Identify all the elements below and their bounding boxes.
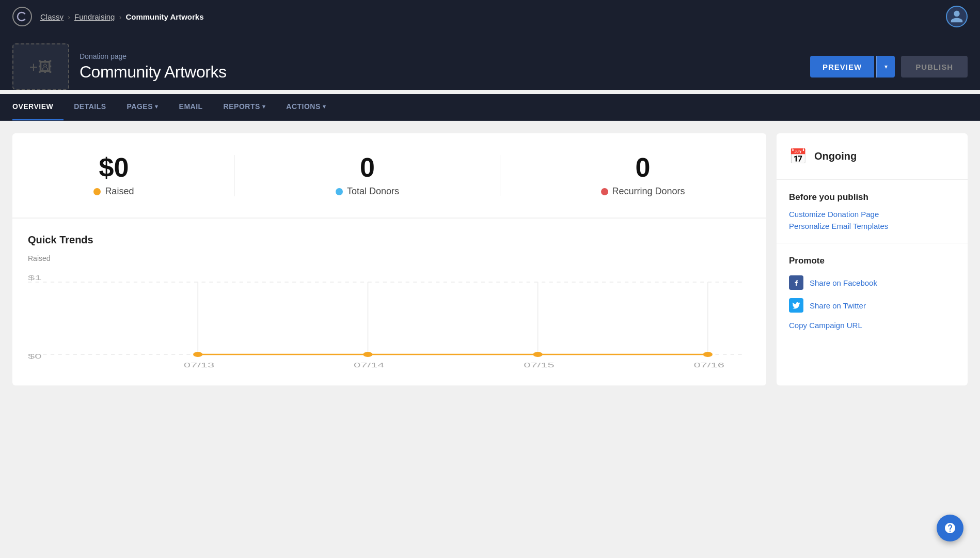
tab-pages[interactable]: PAGES ▾ <box>117 94 169 120</box>
chevron-down-icon: ▾ <box>155 103 159 110</box>
top-navigation: Classy › Fundraising › Community Artwork… <box>0 0 980 33</box>
page-title: Community Artworks <box>80 63 800 82</box>
tab-email-label: EMAIL <box>179 102 203 111</box>
svg-text:$1: $1 <box>28 274 41 281</box>
page-thumbnail[interactable]: +🖼 <box>12 43 69 90</box>
tab-overview-label: OVERVIEW <box>12 102 53 111</box>
breadcrumb-sep-2: › <box>119 12 121 21</box>
preview-dropdown-button[interactable]: ▾ <box>876 56 895 78</box>
breadcrumb-current: Community Artworks <box>125 12 203 21</box>
stat-divider-2 <box>500 155 500 196</box>
left-panel: $0 Raised 0 Total Donors 0 Recurri <box>12 133 766 385</box>
recurring-donors-dot <box>601 188 608 195</box>
tab-pages-label: PAGES <box>127 102 153 111</box>
facebook-icon <box>789 275 803 290</box>
status-label: Ongoing <box>814 150 857 162</box>
breadcrumb-classy[interactable]: Classy <box>40 12 64 21</box>
quick-trends-title: Quick Trends <box>28 234 746 246</box>
copy-campaign-url-link[interactable]: Copy Campaign URL <box>789 321 955 330</box>
stat-total-donors: 0 Total Donors <box>336 154 399 197</box>
promote-title: Promote <box>789 256 955 266</box>
share-facebook-item: Share on Facebook <box>789 275 955 290</box>
publish-button[interactable]: PUBLISH <box>901 56 968 78</box>
share-twitter-item: Share on Twitter <box>789 298 955 313</box>
tab-reports-label: REPORTS <box>224 102 260 111</box>
raised-value: $0 <box>99 154 129 181</box>
tab-overview[interactable]: OVERVIEW <box>12 94 64 120</box>
svg-point-10 <box>363 352 372 357</box>
stats-card: $0 Raised 0 Total Donors 0 Recurri <box>12 133 766 218</box>
svg-text:07/14: 07/14 <box>354 361 385 368</box>
header-actions: PREVIEW ▾ PUBLISH <box>810 56 968 78</box>
recurring-donors-text: Recurring Donors <box>612 186 685 197</box>
total-donors-dot <box>336 188 343 195</box>
chevron-down-icon-3: ▾ <box>323 103 326 110</box>
breadcrumb: Classy › Fundraising › Community Artwork… <box>40 12 204 21</box>
svg-text:$0: $0 <box>28 352 41 360</box>
chevron-down-icon-2: ▾ <box>262 103 266 110</box>
quick-trends-card: Quick Trends Raised $1 $0 <box>12 219 766 385</box>
share-twitter-link[interactable]: Share on Twitter <box>810 301 866 310</box>
before-publish-section: Before you publish Customize Donation Pa… <box>777 180 968 243</box>
raised-chart-label: Raised <box>28 254 746 262</box>
page-info: Donation page Community Artworks <box>80 52 800 82</box>
total-donors-text: Total Donors <box>347 186 399 197</box>
user-avatar[interactable] <box>946 6 968 27</box>
total-donors-value: 0 <box>360 154 375 181</box>
page-type-label: Donation page <box>80 52 800 60</box>
tab-actions-label: ACTIONS <box>286 102 321 111</box>
personalize-email-templates-link[interactable]: Personalize Email Templates <box>789 222 955 230</box>
stat-raised: $0 Raised <box>93 154 134 197</box>
svg-text:07/16: 07/16 <box>693 361 724 368</box>
calendar-icon: 📅 <box>789 148 807 165</box>
total-donors-label: Total Donors <box>336 186 399 197</box>
customize-donation-page-link[interactable]: Customize Donation Page <box>789 210 955 219</box>
svg-point-12 <box>703 352 713 357</box>
svg-text:07/15: 07/15 <box>524 361 554 368</box>
right-panel: 📅 Ongoing Before you publish Customize D… <box>777 133 968 385</box>
help-fab[interactable] <box>937 515 963 541</box>
chart-area: $1 $0 07/13 07/14 07/15 07/16 <box>28 267 746 370</box>
stat-recurring-donors: 0 Recurring Donors <box>601 154 685 197</box>
promote-section: Promote Share on Facebook Share on Twitt… <box>777 243 968 342</box>
twitter-icon <box>789 298 803 313</box>
tab-actions[interactable]: ACTIONS ▾ <box>276 94 336 120</box>
logo[interactable] <box>12 7 32 26</box>
share-facebook-link[interactable]: Share on Facebook <box>810 278 877 287</box>
tab-navigation: OVERVIEW DETAILS PAGES ▾ EMAIL REPORTS ▾… <box>0 94 980 121</box>
tab-details[interactable]: DETAILS <box>64 94 116 120</box>
svg-point-11 <box>533 352 542 357</box>
stat-divider-1 <box>234 155 235 196</box>
page-header: +🖼 Donation page Community Artworks PREV… <box>0 33 980 90</box>
add-image-icon: +🖼 <box>29 58 52 75</box>
recurring-donors-label: Recurring Donors <box>601 186 685 197</box>
preview-button[interactable]: PREVIEW <box>810 56 874 78</box>
status-section: 📅 Ongoing <box>777 133 968 180</box>
tab-email[interactable]: EMAIL <box>169 94 213 120</box>
main-content: $0 Raised 0 Total Donors 0 Recurri <box>0 121 980 398</box>
tab-details-label: DETAILS <box>74 102 106 111</box>
breadcrumb-sep-1: › <box>68 12 70 21</box>
recurring-donors-value: 0 <box>636 154 651 181</box>
raised-text: Raised <box>105 186 134 197</box>
raised-label: Raised <box>93 186 134 197</box>
raised-dot <box>93 188 101 195</box>
logo-icon <box>12 7 32 26</box>
before-publish-title: Before you publish <box>789 192 955 203</box>
trend-chart: $1 $0 07/13 07/14 07/15 07/16 <box>28 267 746 370</box>
breadcrumb-fundraising[interactable]: Fundraising <box>74 12 115 21</box>
svg-text:07/13: 07/13 <box>184 361 214 368</box>
tab-reports[interactable]: REPORTS ▾ <box>213 94 276 120</box>
copy-campaign-url-item: Copy Campaign URL <box>789 321 955 330</box>
svg-point-9 <box>193 352 202 357</box>
